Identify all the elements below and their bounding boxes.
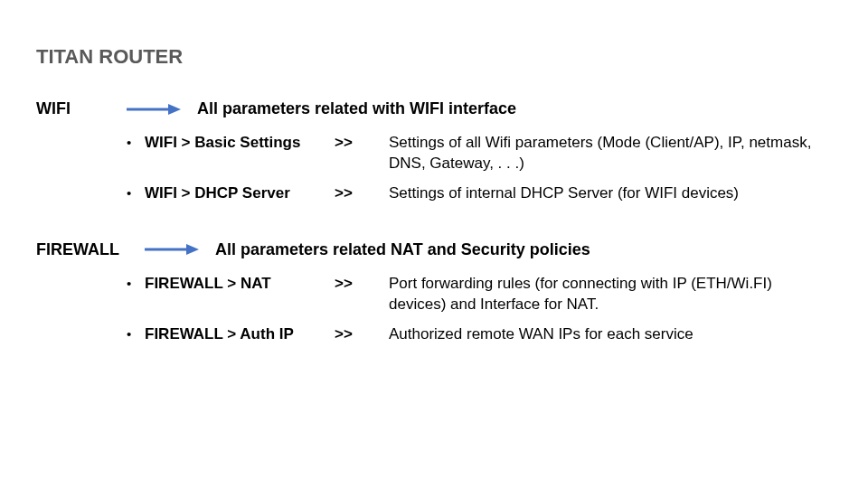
svg-marker-1 [168, 104, 181, 115]
separator: >> [335, 133, 389, 154]
list-item: • WIFI > Basic Settings >> Settings of a… [127, 133, 832, 174]
separator: >> [335, 324, 389, 345]
wifi-items: • WIFI > Basic Settings >> Settings of a… [127, 133, 832, 204]
item-explanation: Port forwarding rules (for connecting wi… [389, 274, 832, 315]
section-label-firewall: FIREWALL [36, 240, 145, 259]
list-item: • FIREWALL > NAT >> Port forwarding rule… [127, 274, 832, 315]
section-desc-firewall: All parameters related NAT and Security … [215, 240, 590, 259]
item-path: WIFI > DHCP Server [145, 183, 335, 204]
list-item: • FIREWALL > Auth IP >> Authorized remot… [127, 324, 832, 345]
bullet-icon: • [127, 274, 145, 293]
bullet-icon: • [127, 324, 145, 343]
bullet-icon: • [127, 133, 145, 152]
section-desc-wifi: All parameters related with WIFI interfa… [197, 99, 516, 118]
item-explanation: Authorized remote WAN IPs for each servi… [389, 324, 832, 345]
item-path: FIREWALL > NAT [145, 274, 335, 295]
svg-marker-3 [186, 244, 199, 255]
separator: >> [335, 274, 389, 295]
separator: >> [335, 183, 389, 204]
section-label-wifi: WIFI [36, 99, 127, 118]
list-item: • WIFI > DHCP Server >> Settings of inte… [127, 183, 832, 204]
firewall-items: • FIREWALL > NAT >> Port forwarding rule… [127, 274, 832, 345]
item-explanation: Settings of all Wifi parameters (Mode (C… [389, 133, 832, 174]
arrow-right-icon [145, 242, 199, 257]
arrow-right-icon [127, 102, 181, 117]
slide: TITAN ROUTER WIFI All parameters related… [0, 0, 868, 488]
bullet-icon: • [127, 183, 145, 202]
item-explanation: Settings of internal DHCP Server (for WI… [389, 183, 832, 204]
page-title: TITAN ROUTER [36, 45, 832, 69]
item-path: WIFI > Basic Settings [145, 133, 335, 154]
section-header-wifi: WIFI All parameters related with WIFI in… [36, 99, 832, 118]
item-path: FIREWALL > Auth IP [145, 324, 335, 345]
section-header-firewall: FIREWALL All parameters related NAT and … [36, 240, 832, 259]
